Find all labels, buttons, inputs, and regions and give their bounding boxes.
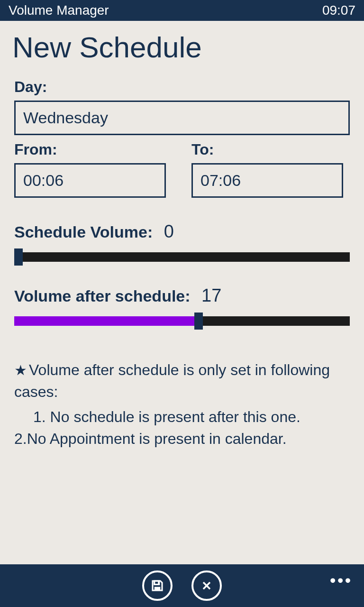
- svg-rect-2: [158, 581, 159, 584]
- page-title: New Schedule: [12, 30, 350, 64]
- notes-header-line: ★Volume after schedule is only set in fo…: [14, 359, 350, 403]
- notes-line1: 1. No schedule is present after this one…: [14, 406, 350, 428]
- app-bar: •••: [0, 564, 364, 607]
- after-volume-slider[interactable]: [14, 316, 350, 326]
- more-button[interactable]: •••: [330, 571, 353, 589]
- notes-line1-text: No schedule is present after this one.: [50, 408, 300, 425]
- from-field[interactable]: 00:06: [14, 163, 166, 198]
- content-area: New Schedule Day: Wednesday From: 00:06 …: [0, 21, 364, 564]
- notes-line2: 2.No Appointment is present in calendar.: [14, 428, 350, 450]
- slider-thumb[interactable]: [14, 248, 23, 266]
- after-volume-value: 17: [201, 285, 221, 305]
- close-icon: [200, 579, 213, 592]
- star-icon: ★: [14, 362, 27, 378]
- notes-line1-num: 1.: [33, 408, 46, 425]
- to-field[interactable]: 07:06: [191, 163, 343, 198]
- to-label: To:: [191, 141, 350, 158]
- save-button[interactable]: [142, 570, 173, 601]
- clock: 09:07: [322, 3, 355, 18]
- schedule-volume-label-text: Schedule Volume:: [14, 223, 153, 241]
- day-label: Day:: [14, 78, 350, 96]
- notes-section: ★Volume after schedule is only set in fo…: [14, 359, 350, 450]
- from-label: From:: [14, 141, 173, 158]
- after-volume-label-text: Volume after schedule:: [14, 287, 191, 305]
- after-volume-label: Volume after schedule: 17: [14, 285, 350, 306]
- schedule-volume-value: 0: [164, 221, 174, 241]
- status-bar: Volume Manager 09:07: [0, 0, 364, 21]
- notes-line2-text: No Appointment is present in calendar.: [27, 430, 287, 447]
- slider-fill: [14, 316, 199, 326]
- schedule-volume-slider[interactable]: [14, 252, 350, 262]
- cancel-button[interactable]: [191, 570, 222, 601]
- app-name: Volume Manager: [9, 3, 109, 18]
- slider-thumb[interactable]: [194, 313, 203, 330]
- save-icon: [150, 579, 164, 593]
- svg-rect-1: [155, 587, 161, 591]
- day-field[interactable]: Wednesday: [14, 101, 350, 135]
- notes-line2-num: 2.: [14, 430, 27, 447]
- slider-track: [14, 252, 350, 262]
- notes-header-text: Volume after schedule is only set in fol…: [14, 361, 330, 400]
- schedule-volume-label: Schedule Volume: 0: [14, 221, 350, 242]
